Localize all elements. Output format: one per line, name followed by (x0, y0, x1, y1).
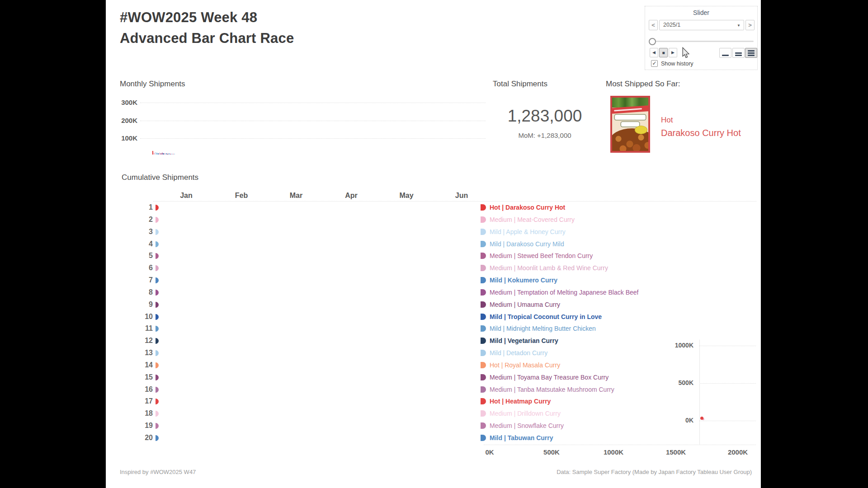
label-marker[interactable] (481, 422, 486, 429)
race-bar[interactable] (156, 350, 159, 356)
rank-number: 20 (132, 432, 153, 444)
race-label[interactable]: Medium | Tanba Matsutake Mushroom Curry (490, 384, 614, 395)
race-bar[interactable] (156, 277, 159, 283)
race-bar[interactable] (156, 314, 159, 320)
label-marker[interactable] (481, 362, 486, 368)
gridline-200k (140, 121, 486, 121)
monthly-bar[interactable] (152, 151, 153, 155)
period-slider-track[interactable] (651, 41, 754, 42)
race-label[interactable]: Mild | Vegetarian Curry (490, 335, 558, 347)
race-bar[interactable] (156, 423, 159, 429)
race-label[interactable]: Mild | Tropical Coconut Curry in Love (490, 311, 602, 323)
race-bar[interactable] (156, 265, 159, 271)
race-bar[interactable] (156, 253, 159, 259)
race-label[interactable]: Mild | Darakoso Curry Mild (490, 238, 564, 250)
label-marker[interactable] (481, 314, 486, 320)
label-marker[interactable] (481, 241, 486, 247)
race-bar[interactable] (156, 411, 159, 417)
label-marker[interactable] (481, 289, 486, 296)
speed-slow-button[interactable] (719, 48, 731, 58)
race-bar[interactable] (156, 205, 159, 211)
monthly-bar[interactable] (155, 152, 156, 155)
race-bar[interactable] (156, 217, 159, 223)
step-forward-button[interactable]: ▶ (669, 48, 677, 57)
speed-fast-button[interactable] (745, 48, 757, 58)
monthly-bar[interactable] (162, 153, 163, 155)
race-label[interactable]: Medium | Toyama Bay Treasure Box Curry (490, 371, 609, 383)
race-label[interactable]: Mild | Midnight Melting Butter Chicken (490, 323, 596, 334)
monthly-bar[interactable] (163, 153, 164, 155)
race-bar[interactable] (156, 326, 159, 332)
label-marker[interactable] (481, 277, 486, 283)
race-row: 11Mild | Midnight Melting Butter Chicken (106, 323, 761, 334)
label-marker[interactable] (481, 229, 486, 235)
race-label[interactable]: Hot | Royal Masala Curry (490, 359, 560, 371)
race-label[interactable]: Medium | Moonlit Lamb & Red Wine Curry (490, 262, 608, 274)
next-period-button[interactable]: > (745, 20, 755, 30)
speed-medium-button[interactable] (732, 48, 745, 58)
race-bar[interactable] (156, 338, 159, 344)
monthly-bar[interactable] (170, 154, 171, 155)
period-slider-handle[interactable] (649, 38, 656, 45)
monthly-bar[interactable] (173, 154, 174, 155)
monthly-bar[interactable] (154, 153, 155, 155)
race-label[interactable]: Hot | Darakoso Curry Hot (490, 202, 565, 213)
history-point[interactable] (700, 417, 703, 420)
monthly-bar[interactable] (171, 154, 172, 155)
monthly-bar[interactable] (166, 153, 167, 155)
label-marker[interactable] (481, 253, 486, 259)
label-marker[interactable] (481, 386, 486, 393)
monthly-bar[interactable] (160, 153, 161, 155)
chevron-down-icon[interactable]: ▼ (737, 23, 741, 28)
label-marker[interactable] (481, 204, 486, 211)
label-marker[interactable] (481, 374, 486, 380)
monthly-bar[interactable] (169, 153, 170, 155)
race-bar[interactable] (156, 302, 159, 308)
show-history-label[interactable]: Show history (661, 61, 693, 67)
race-label[interactable]: Medium | Umauma Curry (490, 299, 560, 310)
race-label[interactable]: Mild | Kokumero Curry (490, 274, 557, 286)
label-marker[interactable] (481, 325, 486, 332)
race-label[interactable]: Medium | Drilldown Curry (490, 408, 561, 419)
monthly-bar[interactable] (158, 153, 159, 155)
step-back-button[interactable]: ◀ (650, 48, 658, 57)
period-dropdown[interactable]: 2025/1 ▼ (659, 20, 744, 30)
race-bar[interactable] (156, 290, 159, 296)
race-bar[interactable] (156, 399, 159, 404)
rank-number: 2 (132, 214, 153, 225)
race-label[interactable]: Medium | Temptation of Melting Japanese … (490, 286, 638, 298)
monthly-bar[interactable] (156, 153, 157, 155)
label-marker[interactable] (481, 435, 486, 441)
race-label[interactable]: Medium | Meat-Covered Curry (490, 214, 575, 225)
label-marker[interactable] (481, 265, 486, 271)
stop-button[interactable]: ■ (659, 48, 668, 57)
label-marker[interactable] (481, 216, 486, 223)
race-label[interactable]: Medium | Stewed Beef Tendon Curry (490, 250, 593, 262)
month-label-jan: Jan (168, 192, 204, 200)
label-marker[interactable] (481, 350, 486, 356)
label-marker[interactable] (481, 301, 486, 308)
label-marker[interactable] (481, 338, 486, 344)
monthly-bar[interactable] (165, 153, 165, 155)
show-history-checkbox[interactable]: ✓ (651, 60, 658, 67)
race-bar[interactable] (156, 362, 159, 368)
race-bar[interactable] (156, 241, 159, 247)
label-marker[interactable] (481, 398, 486, 404)
race-bar[interactable] (156, 387, 159, 393)
previous-period-button[interactable]: < (649, 20, 658, 30)
race-label[interactable]: Mild | Tabuwan Curry (490, 432, 553, 444)
slider-panel: Slider < 2025/1 ▼ > ◀ ■ ▶ ✓ Show history (645, 6, 758, 70)
race-label[interactable]: Medium | Snowflake Curry (490, 420, 564, 432)
monthly-bar[interactable] (159, 153, 160, 155)
monthly-bar[interactable] (174, 154, 175, 155)
race-label[interactable]: Mild | Apple & Honey Curry (490, 226, 566, 238)
label-marker[interactable] (481, 410, 486, 417)
race-bar[interactable] (156, 375, 159, 380)
race-bar[interactable] (156, 435, 159, 441)
race-bar[interactable] (156, 229, 159, 235)
page-title-line2: Advanced Bar Chart Race (120, 28, 294, 49)
race-label[interactable]: Hot | Heatmap Curry (490, 395, 551, 407)
monthly-bar[interactable] (167, 154, 168, 155)
race-row: 14Hot | Royal Masala Curry (106, 359, 761, 371)
race-label[interactable]: Mild | Detadon Curry (490, 347, 547, 359)
